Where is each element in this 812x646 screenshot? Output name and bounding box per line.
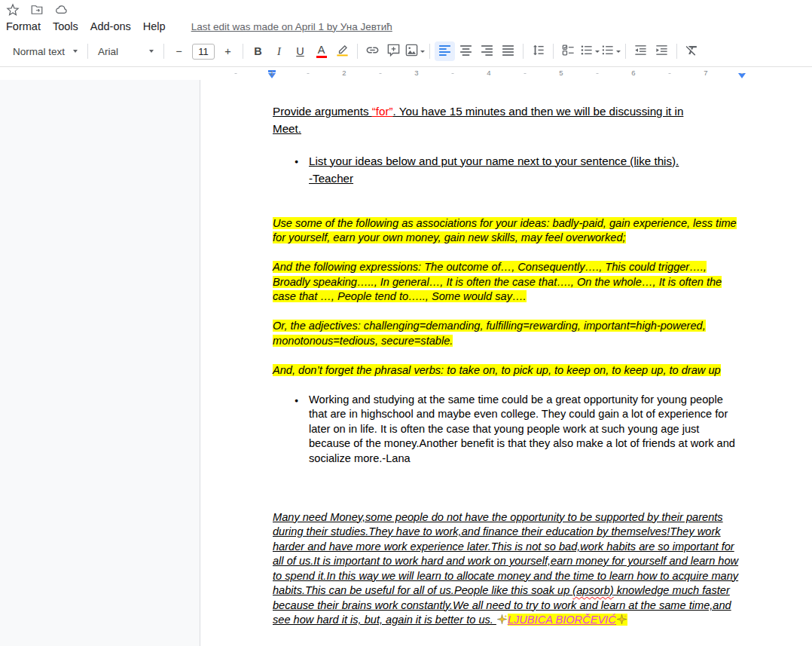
text-run: socialize more.-Lana [309,452,411,464]
menu-bar: Format Tools Add-ons Help Last edit was … [0,17,812,36]
insert-image-button[interactable] [404,41,425,61]
text-run: LJUBICA BIORČEVIĆ [508,614,616,626]
align-right-button[interactable] [477,41,497,61]
italic-icon: I [277,45,281,58]
ruler-tick [524,73,527,74]
text-line: later on in life. It is often the case t… [309,422,743,437]
add-comment-button[interactable] [383,41,404,61]
paragraph: Provide arguments “for”. You have 15 min… [273,103,743,137]
text-line: habits.This can be useful for all of us.… [273,583,743,599]
paragraph: And, don’t forget the phrasal verbs: to … [273,363,743,378]
toolbar-separator [553,44,554,59]
menu-help[interactable]: Help [137,19,172,34]
text-run: that are in highschool and maybe even co… [309,408,728,420]
text-run: (apsorb) [572,584,613,596]
checklist-button[interactable] [558,41,578,61]
text-run: List your ideas below and put your name … [309,155,679,167]
menu-format[interactable]: Format [0,19,47,34]
text-line: monotonous=tedious, secure=stable. [273,334,743,349]
checklist-icon [561,43,575,60]
paragraph: List your ideas below and put your name … [273,152,743,187]
line-spacing-button[interactable] [528,41,548,61]
empty-line [273,481,743,496]
move-folder-icon[interactable] [30,3,44,17]
bold-button[interactable]: B [248,41,268,61]
last-edit-link[interactable]: Last edit was made on April 1 by Уна Јев… [191,21,392,32]
text-line: Working and studying at the same time co… [309,393,743,408]
sparkles-icon [496,614,508,626]
italic-button[interactable]: I [269,41,289,61]
text-color-button[interactable]: A [311,41,331,61]
text-line: for yourself, earn your own money, gain … [273,231,743,246]
bold-icon: B [254,45,261,57]
text-run: for yourself, earn your own money, gain … [273,231,626,243]
insert-link-button[interactable] [362,41,383,61]
toolbar: Normal text Arial − 11 + B I U A [0,36,812,67]
chevron-down-icon [595,51,600,53]
ruler-number: 5 [559,69,563,77]
text-run: see how hard it is, but, again it is bet… [273,614,496,626]
text-line: because of the money.Another benefit is … [309,436,743,452]
text-run: case that …, People tend to….., Some wou… [273,290,527,302]
increase-indent-button[interactable] [652,41,672,61]
decrease-font-size-button[interactable]: − [169,41,189,61]
text-line: Meet. [273,120,743,137]
image-icon [404,43,419,60]
text-run: -Teacher [309,172,353,185]
bulleted-list-button[interactable] [579,41,600,61]
font-selector[interactable]: Arial [93,41,159,61]
right-indent-marker[interactable] [738,73,746,78]
highlighter-icon [335,43,350,60]
toolbar-separator [625,44,626,59]
increase-indent-icon [655,43,669,60]
text-run: “for” [372,105,393,118]
menu-tools[interactable]: Tools [47,19,84,34]
decrease-indent-button[interactable] [630,41,651,61]
toolbar-separator [523,44,524,59]
increase-font-size-button[interactable]: + [218,41,238,61]
text-line: And, don’t forget the phrasal verbs: to … [273,363,743,378]
text-line: Broadly speaking….., In general…, It is … [273,275,743,290]
text-run: to spend it.In this way we will learn to… [273,570,738,582]
highlight-color-button[interactable] [332,41,353,61]
document-content[interactable]: Provide arguments “for”. You have 15 min… [200,80,743,628]
text-line: that are in highschool and maybe even co… [309,407,743,422]
empty-line [273,305,743,320]
ruler-tick [597,73,599,74]
empty-line [273,187,743,202]
empty-line [273,201,743,216]
toolbar-separator [429,44,430,59]
line-spacing-icon [531,43,545,60]
text-run: Meet. [273,122,301,135]
text-line: to spend it.In this way we will learn to… [273,569,743,584]
numbered-list-button[interactable] [600,41,621,61]
menu-addons[interactable]: Add-ons [84,19,137,34]
text-color-icon: A [316,45,327,58]
align-left-button[interactable] [435,41,455,61]
cloud-status-icon [54,3,68,17]
text-run: Use some of the following as association… [273,217,737,229]
decrease-indent-icon [633,43,648,60]
text-run: habits.This can be useful for all of us.… [273,584,572,596]
ruler-tick [380,73,382,74]
toolbar-separator [676,44,677,59]
clear-formatting-button[interactable] [682,41,702,61]
text-run: all of us.It is important to work hard a… [273,555,738,567]
align-justify-button[interactable] [498,41,518,61]
font-size-input[interactable]: 11 [192,44,215,60]
chevron-down-icon [420,51,425,53]
ruler-number: 6 [631,69,635,77]
text-run: Or, the adjectives: challenging=demandin… [273,320,706,332]
toolbar-separator [163,44,164,59]
star-icon[interactable] [6,3,20,17]
ruler-tick [669,73,671,74]
text-line: because their brains work constantly.We … [273,599,743,614]
document-page[interactable]: Provide arguments “for”. You have 15 min… [200,80,812,646]
align-center-button[interactable] [456,41,476,61]
paragraph-style-selector[interactable]: Normal text [8,41,83,61]
empty-line [273,495,743,510]
underline-icon: U [296,45,304,57]
ruler-number: 3 [414,69,418,77]
chevron-down-icon [149,50,154,53]
underline-button[interactable]: U [290,41,310,61]
